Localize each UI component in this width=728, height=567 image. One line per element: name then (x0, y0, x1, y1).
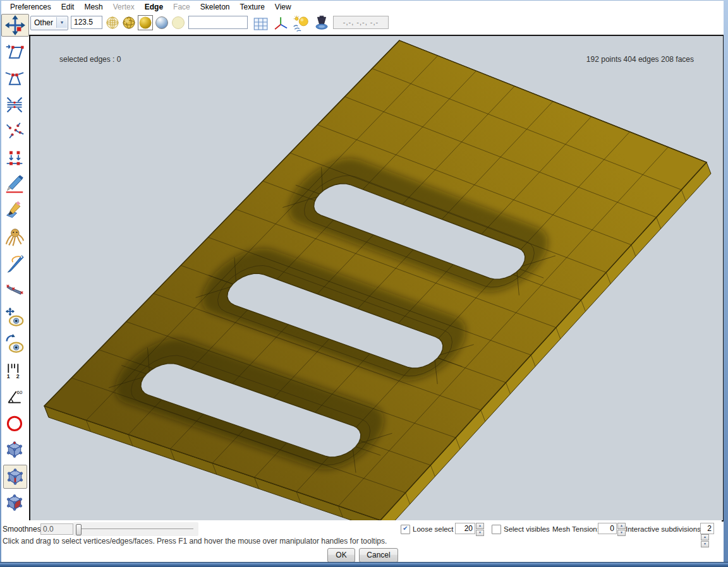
scale-view-tool[interactable]: 12 (3, 359, 26, 381)
mode-dropdown-value: Other (34, 18, 53, 27)
menu-bar: PreferencesEditMeshVertexEdgeFaceSkeleto… (1, 1, 725, 13)
slider-track (78, 528, 193, 529)
extrude-tool[interactable] (3, 146, 26, 169)
move-tool[interactable] (1, 14, 29, 37)
face-mode[interactable] (3, 491, 26, 514)
svg-text:60: 60 (17, 390, 23, 395)
menu-view[interactable]: View (270, 1, 296, 13)
smoothness-input[interactable]: 0.0 (40, 523, 73, 535)
ok-button[interactable]: OK (327, 548, 355, 563)
skew-tool[interactable] (3, 40, 26, 63)
camera-toggle[interactable] (312, 15, 331, 33)
coordinates-field[interactable]: -,-, -,-, -,- (333, 16, 389, 29)
wireframe-display-button[interactable] (105, 15, 120, 30)
scatter-tool-icon (5, 122, 24, 141)
mesh-shaded-display-icon (122, 16, 136, 30)
interactive-subdivisions-spin-up[interactable]: ▲ (701, 534, 709, 540)
help-text: Click and drag to select vertices/edges/… (3, 537, 387, 546)
cancel-button[interactable]: Cancel (359, 548, 398, 563)
scatter-tool[interactable] (3, 120, 26, 143)
wireframe-display-icon (106, 16, 119, 30)
mesh-shaded-display-button[interactable] (121, 15, 136, 30)
axes-toggle[interactable] (272, 15, 291, 33)
loose-select-label: Loose select (413, 523, 454, 535)
menu-edge[interactable]: Edge (140, 1, 168, 13)
skeleton-tool-icon (5, 254, 24, 273)
transparent-display-icon (155, 16, 169, 30)
svg-text:1: 1 (7, 373, 10, 379)
loose-select-spin-up[interactable]: ▲ (476, 523, 484, 529)
window-border-bottom (0, 562, 728, 567)
menu-vertex: Vertex (108, 1, 140, 13)
extrude-tool-icon (5, 148, 24, 167)
mesh-tension-value[interactable]: 0 (598, 523, 617, 534)
loose-select-value[interactable]: 20 (455, 523, 475, 534)
camera-toggle-icon (313, 15, 331, 33)
slider-handle[interactable] (76, 524, 82, 535)
circle-select-tool[interactable] (3, 412, 26, 434)
flat-display-button[interactable] (171, 15, 186, 30)
vertex-mode-icon (5, 440, 24, 459)
bottom-panel: Smoothness 0.0 ✔ Loose select 20 ▲ ▼ Sel… (1, 520, 722, 563)
menu-mesh[interactable]: Mesh (79, 1, 107, 13)
ik-tool-icon (5, 281, 24, 300)
ik-tool[interactable] (3, 279, 26, 302)
knife-tool[interactable] (3, 173, 26, 196)
bind-skeleton-tool-icon (5, 228, 24, 247)
grid-toggle-icon (252, 15, 270, 33)
interactive-subdivisions-label: Interactive subdivisions (626, 523, 701, 535)
flat-display-icon (171, 16, 185, 30)
loose-select-spin-down[interactable]: ▼ (476, 530, 484, 536)
name-input[interactable] (188, 16, 248, 29)
smoothness-label: Smoothness (3, 523, 45, 535)
taper-tool-icon (5, 69, 24, 88)
edge-mode[interactable] (3, 465, 27, 489)
value-input[interactable]: 123.5 (71, 16, 102, 29)
create-face-tool[interactable] (3, 200, 26, 222)
transparent-display-button[interactable] (154, 15, 169, 30)
check-icon: ✔ (403, 525, 408, 532)
thicken-tool-icon (5, 95, 24, 114)
menu-preferences[interactable]: Preferences (5, 1, 56, 13)
chevron-down-icon[interactable]: ▼ (56, 17, 67, 28)
pan-view-tool[interactable] (3, 306, 26, 328)
rotate-view-tool[interactable] (3, 332, 26, 355)
menu-skeleton[interactable]: Skeleton (195, 1, 235, 13)
window-border-left (0, 0, 1, 567)
dialog-buttons: OK Cancel (1, 548, 722, 563)
mesh-tension-spin-down[interactable]: ▼ (617, 530, 626, 536)
light-toggle[interactable] (292, 15, 311, 33)
thicken-tool[interactable] (3, 93, 26, 116)
mesh-tension-spinner: 0 ▲ ▼ (598, 523, 626, 534)
toolbar: Other ▼ 123.5 -,-, -,-, -,- (29, 13, 722, 35)
interactive-subdivisions-spin-down[interactable]: ▼ (701, 541, 709, 547)
grid-toggle[interactable] (252, 15, 270, 33)
mesh-editor-viewport[interactable]: selected edges : 0 192 points 404 edges … (29, 35, 724, 522)
mesh-stats: 192 points 404 edges 208 faces (586, 55, 694, 64)
select-visibles-label: Select visibles (504, 523, 550, 535)
bind-skeleton-tool[interactable] (3, 226, 26, 249)
loose-select-spinner: 20 ▲ ▼ (455, 523, 484, 534)
vertex-mode[interactable] (3, 438, 26, 461)
smoothness-slider (73, 522, 198, 536)
smooth-shaded-display-button[interactable] (138, 15, 153, 30)
select-visibles-checkbox[interactable] (492, 525, 501, 534)
angle-view-tool[interactable]: 60 (3, 385, 26, 408)
skew-tool-icon (5, 42, 24, 61)
loose-select-checkbox[interactable]: ✔ (401, 525, 410, 534)
mesh-tension-label: Mesh Tension: (552, 523, 599, 535)
selection-status: selected edges : 0 (59, 55, 121, 64)
move-tool-icon (5, 15, 25, 35)
taper-tool[interactable] (3, 67, 26, 90)
mode-dropdown[interactable]: Other ▼ (30, 16, 68, 30)
interactive-subdivisions-spinner: 2 ▲ ▼ (700, 523, 722, 534)
menu-texture[interactable]: Texture (235, 1, 270, 13)
mesh-tension-spin-up[interactable]: ▲ (617, 523, 626, 529)
light-toggle-icon (293, 15, 310, 33)
knife-tool-icon (5, 175, 24, 194)
interactive-subdivisions-value[interactable]: 2 (700, 523, 714, 534)
skeleton-tool[interactable] (3, 253, 26, 275)
menu-edit[interactable]: Edit (56, 1, 80, 13)
smooth-shaded-display-icon (138, 16, 152, 30)
window-border-right (724, 0, 728, 567)
